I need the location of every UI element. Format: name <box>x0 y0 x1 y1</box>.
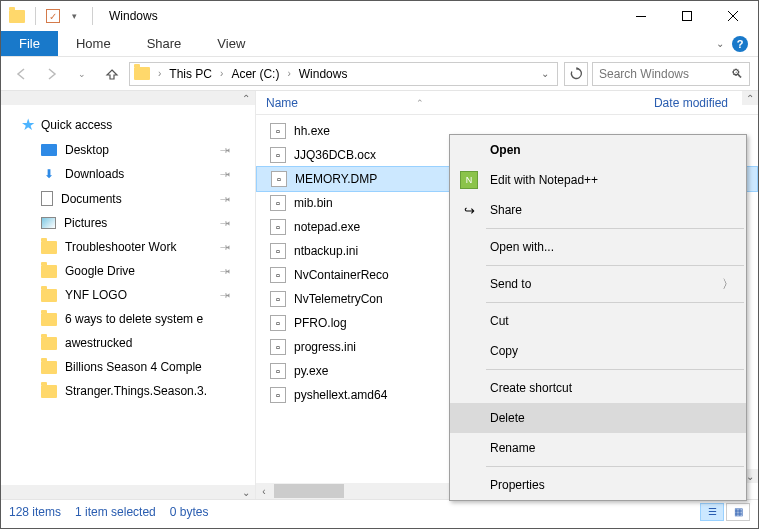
sidebar-item[interactable]: ⬇Downloads📌︎ <box>1 162 255 186</box>
menu-item[interactable]: NEdit with Notepad++ <box>450 165 746 195</box>
sidebar-quick-access-label: Quick access <box>41 118 112 132</box>
sidebar-item[interactable]: awestrucked <box>1 331 255 355</box>
sidebar-item-label: Billions Season 4 Comple <box>65 360 202 374</box>
file-name: MEMORY.DMP <box>295 172 377 186</box>
chevron-right-icon[interactable]: › <box>156 68 163 79</box>
sidebar-item[interactable]: Desktop📌︎ <box>1 138 255 162</box>
pin-icon: 📌︎ <box>217 166 233 182</box>
menu-item[interactable]: Open <box>450 135 746 165</box>
sidebar-item[interactable]: Stranger.Things.Season.3. <box>1 379 255 403</box>
file-icon: ▫ <box>270 147 286 163</box>
crumb-folder[interactable]: Windows <box>297 67 350 81</box>
address-bar: ⌄ › This PC › Acer (C:) › Windows ⌄ Sear… <box>1 57 758 91</box>
search-input[interactable]: Search Windows 🔍︎ <box>592 62 750 86</box>
sidebar-item[interactable]: Pictures📌︎ <box>1 211 255 235</box>
recent-dropdown-icon[interactable]: ⌄ <box>69 61 95 87</box>
menu-separator <box>486 369 744 370</box>
column-date[interactable]: Date modified <box>644 96 758 110</box>
view-thumbnails-button[interactable]: ▦ <box>726 503 750 521</box>
crumb-this-pc[interactable]: This PC <box>167 67 214 81</box>
file-name: py.exe <box>294 364 328 378</box>
tab-home[interactable]: Home <box>58 31 129 56</box>
maximize-button[interactable] <box>664 1 710 31</box>
file-name: pyshellext.amd64 <box>294 388 387 402</box>
sidebar-item-label: awestrucked <box>65 336 132 350</box>
close-button[interactable] <box>710 1 756 31</box>
menu-item[interactable]: Delete <box>450 403 746 433</box>
path-dropdown-icon[interactable]: ⌄ <box>537 68 553 79</box>
scroll-thumb[interactable] <box>274 484 344 498</box>
file-name: NvContainerReco <box>294 268 389 282</box>
pin-icon: 📌︎ <box>217 142 233 158</box>
sort-indicator-icon[interactable]: ⌃ <box>406 98 434 108</box>
menu-item[interactable]: Rename <box>450 433 746 463</box>
file-icon: ▫ <box>270 219 286 235</box>
status-bar: 128 items 1 item selected 0 bytes ☰ ▦ <box>1 499 758 523</box>
scroll-up-button[interactable]: ⌃ <box>742 91 758 105</box>
menu-item[interactable]: Properties <box>450 470 746 500</box>
up-button[interactable] <box>99 61 125 87</box>
menu-separator <box>486 265 744 266</box>
file-name: notepad.exe <box>294 220 360 234</box>
menu-separator <box>486 466 744 467</box>
view-details-button[interactable]: ☰ <box>700 503 724 521</box>
qat-dropdown-icon[interactable]: ▾ <box>66 8 82 24</box>
column-name[interactable]: Name <box>256 96 406 110</box>
tab-view[interactable]: View <box>199 31 263 56</box>
sidebar-item[interactable]: Troubleshooter Work📌︎ <box>1 235 255 259</box>
status-size: 0 bytes <box>170 505 209 519</box>
pin-icon: 📌︎ <box>217 263 233 279</box>
help-icon[interactable]: ? <box>732 36 748 52</box>
scroll-down-button[interactable]: ⌄ <box>1 485 255 499</box>
svg-rect-1 <box>683 12 692 21</box>
folder-icon <box>9 8 25 24</box>
path-folder-icon <box>134 67 150 80</box>
pin-icon: 📌︎ <box>217 239 233 255</box>
star-icon: ★ <box>21 115 35 134</box>
menu-separator <box>486 302 744 303</box>
file-tab[interactable]: File <box>1 31 58 56</box>
menu-item-label: Copy <box>490 344 518 358</box>
sidebar-item-label: Stranger.Things.Season.3. <box>65 384 207 398</box>
file-name: NvTelemetryCon <box>294 292 383 306</box>
minimize-button[interactable] <box>618 1 664 31</box>
file-icon: ▫ <box>270 267 286 283</box>
menu-item[interactable]: ↪Share <box>450 195 746 225</box>
refresh-button[interactable] <box>564 62 588 86</box>
menu-item[interactable]: Create shortcut <box>450 373 746 403</box>
scroll-left-button[interactable]: ‹ <box>256 483 272 499</box>
notepadpp-icon: N <box>460 171 478 189</box>
sidebar-quick-access[interactable]: ★ Quick access <box>1 111 255 138</box>
menu-item-label: Properties <box>490 478 545 492</box>
menu-item[interactable]: Send to〉 <box>450 269 746 299</box>
tab-share[interactable]: Share <box>129 31 200 56</box>
sidebar-item[interactable]: Billions Season 4 Comple <box>1 355 255 379</box>
scroll-up-button[interactable]: ⌃ <box>1 91 255 105</box>
chevron-right-icon[interactable]: › <box>218 68 225 79</box>
file-icon: ▫ <box>270 387 286 403</box>
menu-item[interactable]: Cut <box>450 306 746 336</box>
sidebar-item-label: Pictures <box>64 216 107 230</box>
menu-item[interactable]: Copy <box>450 336 746 366</box>
sidebar-item[interactable]: YNF LOGO📌︎ <box>1 283 255 307</box>
forward-button[interactable] <box>39 61 65 87</box>
file-name: ntbackup.ini <box>294 244 358 258</box>
sidebar-item[interactable]: Documents📌︎ <box>1 186 255 211</box>
menu-item-label: Cut <box>490 314 509 328</box>
menu-item-label: Open <box>490 143 521 157</box>
sidebar-item[interactable]: Google Drive📌︎ <box>1 259 255 283</box>
crumb-drive[interactable]: Acer (C:) <box>229 67 281 81</box>
menu-item[interactable]: Open with... <box>450 232 746 262</box>
file-icon: ▫ <box>270 195 286 211</box>
column-headers: Name ⌃ Date modified <box>256 91 758 115</box>
breadcrumb-path[interactable]: › This PC › Acer (C:) › Windows ⌄ <box>129 62 558 86</box>
back-button[interactable] <box>9 61 35 87</box>
props-qat-icon[interactable]: ✓ <box>46 9 60 23</box>
chevron-right-icon[interactable]: › <box>285 68 292 79</box>
file-icon: ▫ <box>270 339 286 355</box>
sidebar-item-label: 6 ways to delete system e <box>65 312 203 326</box>
search-placeholder: Search Windows <box>599 67 731 81</box>
ribbon-collapse-icon[interactable]: ⌄ <box>716 38 724 49</box>
sidebar-item[interactable]: 6 ways to delete system e <box>1 307 255 331</box>
menu-item-label: Edit with Notepad++ <box>490 173 598 187</box>
